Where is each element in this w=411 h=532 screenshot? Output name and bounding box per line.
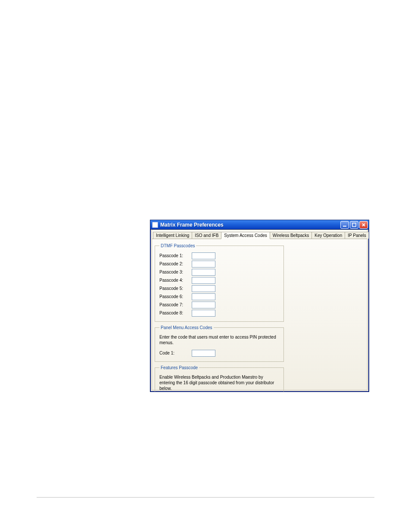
tab-iso-ifb[interactable]: ISO and IFB: [192, 232, 221, 239]
passcode-7-label: Passcode 7:: [159, 302, 192, 307]
passcode-2-label: Passcode 2:: [159, 261, 192, 266]
app-icon: [152, 222, 158, 228]
features-legend: Features Passcode: [159, 365, 199, 370]
dtmf-legend: DTMF Passcodes: [159, 243, 196, 248]
passcode-row: Passcode 5:: [159, 284, 279, 292]
passcode-row: Passcode 7:: [159, 301, 279, 309]
tab-production-maestro[interactable]: Production Maestro: [369, 232, 369, 239]
passcode-row: Passcode 6:: [159, 292, 279, 301]
passcode-8-label: Passcode 8:: [159, 311, 192, 315]
passcode-3-label: Passcode 3:: [159, 270, 192, 274]
preferences-window: Matrix Frame Preferences Intelligent Lin…: [150, 220, 369, 392]
passcode-row: Passcode 3:: [159, 268, 279, 276]
code1-label: Code 1:: [159, 351, 192, 355]
passcode-row: Passcode 4:: [159, 276, 279, 284]
passcode-4-label: Passcode 4:: [159, 278, 192, 283]
panel-menu-access-group: Panel Menu Access Codes Enter the code t…: [155, 325, 284, 362]
tab-system-access-codes[interactable]: System Access Codes: [221, 232, 270, 239]
page-footer-rule: [37, 497, 374, 498]
code1-input[interactable]: [192, 350, 215, 357]
panel-menu-legend: Panel Menu Access Codes: [159, 325, 214, 330]
passcode-6-input[interactable]: [192, 293, 215, 300]
window-controls: [340, 221, 368, 229]
passcode-row: Passcode 2:: [159, 260, 279, 268]
passcode-row: Passcode 1:: [159, 252, 279, 260]
features-passcode-group: Features Passcode Enable Wireless Beltpa…: [155, 365, 284, 392]
passcode-7-input[interactable]: [192, 302, 215, 308]
passcode-4-input[interactable]: [192, 277, 215, 284]
minimize-button[interactable]: [340, 221, 349, 229]
svg-rect-0: [343, 226, 346, 227]
client-area: Intelligent Linking ISO and IFB System A…: [152, 230, 367, 390]
titlebar-left: Matrix Frame Preferences: [152, 222, 224, 228]
tab-panel: DTMF Passcodes Passcode 1: Passcode 2: P…: [155, 241, 364, 390]
tab-wireless-beltpacks[interactable]: Wireless Beltpacks: [270, 232, 312, 239]
maximize-button[interactable]: [350, 221, 358, 229]
passcode-6-label: Passcode 6:: [159, 294, 192, 299]
code1-row: Code 1:: [159, 349, 279, 357]
tab-ip-panels[interactable]: IP Panels: [345, 232, 369, 239]
passcode-5-label: Passcode 5:: [159, 286, 192, 291]
features-description: Enable Wireless Beltpacks and Production…: [159, 374, 276, 391]
passcode-1-input[interactable]: [192, 252, 215, 259]
passcode-3-input[interactable]: [192, 269, 215, 276]
panel-menu-description: Enter the code that users must enter to …: [159, 334, 279, 345]
passcode-1-label: Passcode 1:: [159, 253, 192, 258]
titlebar[interactable]: Matrix Frame Preferences: [150, 220, 369, 230]
dtmf-passcodes-group: DTMF Passcodes Passcode 1: Passcode 2: P…: [155, 243, 284, 322]
passcode-5-input[interactable]: [192, 285, 215, 292]
passcode-2-input[interactable]: [192, 261, 215, 268]
window-title: Matrix Frame Preferences: [160, 222, 224, 228]
tab-strip: Intelligent Linking ISO and IFB System A…: [152, 230, 367, 239]
tab-intelligent-linking[interactable]: Intelligent Linking: [153, 232, 192, 239]
passcode-8-input[interactable]: [192, 310, 215, 317]
close-button[interactable]: [359, 221, 368, 229]
svg-rect-1: [352, 223, 356, 227]
passcode-row: Passcode 8:: [159, 309, 279, 317]
tab-key-operation[interactable]: Key Operation: [311, 232, 345, 239]
